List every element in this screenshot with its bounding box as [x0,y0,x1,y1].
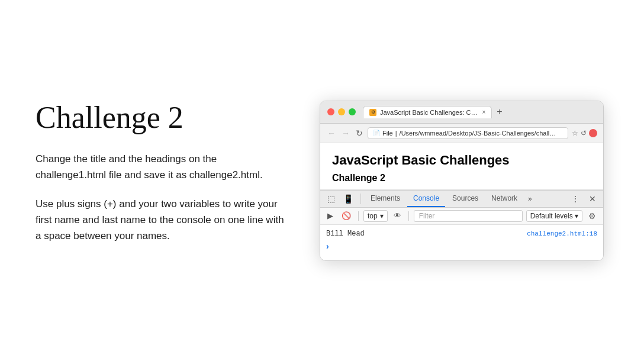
settings-icon[interactable]: ⚙ [586,210,598,222]
close-button[interactable] [327,108,334,115]
devtools-panel: ⬚ 📱 Elements Console Sources Network » ⋮… [320,190,603,260]
tab-elements[interactable]: Elements [365,191,406,207]
webpage-content: JavaScript Basic Challenges Challenge 2 [320,143,603,190]
toolbar-separator-2 [408,211,409,221]
new-tab-button[interactable]: + [494,107,504,117]
tab-console[interactable]: Console [407,191,445,207]
webpage-heading-1: JavaScript Basic Challenges [332,153,591,168]
filter-label: Filter [419,212,435,220]
address-url: | [395,130,397,137]
run-script-icon[interactable]: ▶ [325,210,336,221]
devtools-close-icon[interactable]: ✕ [585,192,600,206]
context-label: top [368,212,378,220]
console-source: challenge2.html:18 [527,230,597,237]
console-prompt[interactable]: › [326,240,597,252]
tab-favicon: ⚙ [369,109,376,116]
devtools-action-buttons: ⋮ ✕ [568,192,600,206]
maximize-button[interactable] [349,108,356,115]
bookmark-icon[interactable]: ☆ [572,129,578,137]
active-tab[interactable]: ⚙ JavaScript Basic Challenges: C… × [363,106,492,118]
description-2: Use plus signs (+) and your two variable… [36,196,284,244]
context-selector[interactable]: top ▾ [363,210,388,222]
back-button[interactable]: ← [326,128,337,138]
console-caret-icon: › [326,241,329,251]
browser-window: ⚙ JavaScript Basic Challenges: C… × + ← … [320,101,604,261]
tab-sources[interactable]: Sources [446,191,484,207]
address-bar-row: ← → ↻ 📄 File | /Users/wmmead/Desktop/JS-… [320,124,603,143]
context-dropdown-icon: ▾ [380,212,384,220]
console-value: Bill Mead [326,230,365,238]
browser-titlebar: ⚙ JavaScript Basic Challenges: C… × + [320,101,603,124]
tab-more[interactable]: » [524,191,536,207]
log-levels-selector[interactable]: Default levels ▾ [526,210,582,222]
tab-title: JavaScript Basic Challenges: C… [380,109,477,116]
reload-button[interactable]: ↻ [355,128,364,138]
inspect-element-icon[interactable]: ⬚ [324,191,339,207]
tab-close-icon[interactable]: × [482,109,485,115]
tab-separator [360,194,361,204]
tab-network[interactable]: Network [485,191,523,207]
address-bar[interactable]: 📄 File | /Users/wmmead/Desktop/JS-Basic-… [368,127,568,139]
address-path: /Users/wmmead/Desktop/JS-Basic-Challenge… [400,130,556,137]
close-circle-icon[interactable] [589,129,597,137]
forward-button[interactable]: → [340,128,351,138]
page-title: Challenge 2 [36,101,284,134]
left-panel: Challenge 2 Change the title and the hea… [36,101,284,257]
toolbar-separator [358,211,359,221]
minimize-button[interactable] [338,108,345,115]
eye-icon[interactable]: 👁 [391,210,404,221]
webpage-heading-2: Challenge 2 [332,173,591,183]
levels-label: Default levels ▾ [530,212,578,220]
description-1: Change the title and the headings on the… [36,151,284,183]
device-toolbar-icon[interactable]: 📱 [340,191,357,207]
console-output-area: Bill Mead challenge2.html:18 › [320,225,603,260]
clear-console-icon[interactable]: 🚫 [339,210,353,221]
filter-input[interactable]: Filter [414,210,523,222]
traffic-lights [327,108,356,115]
address-prefix: File [382,130,393,137]
console-row-1: Bill Mead challenge2.html:18 [326,227,597,240]
page-layout: Challenge 2 Change the title and the hea… [36,101,608,261]
devtools-more-icon[interactable]: ⋮ [568,192,583,206]
file-icon: 📄 [373,130,380,136]
tab-bar: ⚙ JavaScript Basic Challenges: C… × + [363,106,596,118]
devtools-tabs-bar: ⬚ 📱 Elements Console Sources Network » ⋮… [320,191,603,208]
address-action-icons: ☆ ↺ [572,129,597,137]
refresh-icon[interactable]: ↺ [581,129,587,137]
console-toolbar: ▶ 🚫 top ▾ 👁 Filter Default levels ▾ ⚙ [320,208,603,225]
